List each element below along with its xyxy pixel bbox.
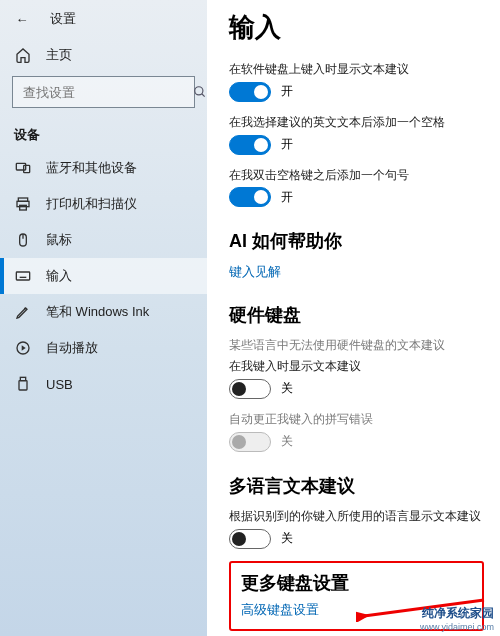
hw-opt1-toggle[interactable]: [229, 379, 271, 399]
typing-opt2-toggle[interactable]: [229, 135, 271, 155]
typing-opt1-state: 开: [281, 83, 293, 100]
sidebar-item-label: USB: [46, 377, 73, 392]
home-nav-item[interactable]: 主页: [0, 38, 207, 72]
sidebar-group-devices: 设备: [0, 118, 207, 150]
home-label: 主页: [46, 46, 72, 64]
autoplay-icon: [14, 340, 32, 356]
ai-heading: AI 如何帮助你: [229, 229, 484, 253]
svg-rect-18: [19, 381, 27, 390]
sidebar-item-mouse[interactable]: 鼠标: [0, 222, 207, 258]
home-icon: [14, 47, 32, 63]
printer-icon: [14, 196, 32, 212]
svg-rect-3: [24, 165, 30, 172]
advanced-keyboard-link[interactable]: 高级键盘设置: [241, 601, 472, 619]
typing-opt2-label: 在我选择建议的英文文本后添加一个空格: [229, 114, 484, 131]
typing-opt1-row: 开: [229, 82, 484, 102]
typing-opt3-label: 在我双击空格键之后添加一个句号: [229, 167, 484, 184]
hw-heading: 硬件键盘: [229, 303, 484, 327]
mouse-icon: [14, 232, 32, 248]
multi-heading: 多语言文本建议: [229, 474, 484, 498]
content-area[interactable]: 输入 在软件键盘上键入时显示文本建议 开 在我选择建议的英文文本后添加一个空格 …: [207, 0, 500, 636]
back-arrow-icon: ←: [16, 12, 29, 27]
typing-opt2-state: 开: [281, 136, 293, 153]
svg-marker-16: [22, 345, 26, 350]
sidebar-item-pen[interactable]: 笔和 Windows Ink: [0, 294, 207, 330]
typing-opt3-row: 开: [229, 187, 484, 207]
sidebar-item-usb[interactable]: USB: [0, 366, 207, 402]
app-title: 设置: [50, 10, 76, 28]
multi-opt1-label: 根据识别到的你键入所使用的语言显示文本建议: [229, 508, 484, 525]
multi-opt1-toggle[interactable]: [229, 529, 271, 549]
highlight-box: 更多键盘设置 高级键盘设置: [229, 561, 484, 631]
hw-note: 某些语言中无法使用硬件键盘的文本建议: [229, 337, 484, 354]
typing-opt1-toggle[interactable]: [229, 82, 271, 102]
search-input[interactable]: [21, 84, 193, 101]
back-button[interactable]: ←: [10, 7, 34, 31]
usb-icon: [14, 376, 32, 392]
sidebar-item-label: 输入: [46, 267, 72, 285]
settings-window: ← 设置 主页 设备 蓝牙和其他设备: [0, 0, 500, 636]
sidebar-item-autoplay[interactable]: 自动播放: [0, 330, 207, 366]
sidebar-item-label: 打印机和扫描仪: [46, 195, 137, 213]
hw-opt2-row: 关: [229, 432, 484, 452]
devices-icon: [14, 160, 32, 176]
multi-opt1-state: 关: [281, 530, 293, 547]
hw-opt1-state: 关: [281, 380, 293, 397]
typing-opt3-state: 开: [281, 189, 293, 206]
typing-opt3-toggle[interactable]: [229, 187, 271, 207]
svg-rect-9: [16, 272, 29, 280]
more-heading: 更多键盘设置: [241, 571, 472, 595]
hw-opt1-row: 关: [229, 379, 484, 399]
search-icon: [193, 85, 207, 99]
search-box[interactable]: [12, 76, 195, 108]
typing-opt1-label: 在软件键盘上键入时显示文本建议: [229, 61, 484, 78]
page-title: 输入: [229, 10, 484, 45]
titlebar: ← 设置: [0, 0, 207, 38]
sidebar-item-label: 蓝牙和其他设备: [46, 159, 137, 177]
typing-opt2-row: 开: [229, 135, 484, 155]
sidebar-item-label: 笔和 Windows Ink: [46, 303, 149, 321]
hw-opt1-label: 在我键入时显示文本建议: [229, 358, 484, 375]
search-wrap: [0, 72, 207, 118]
sidebar: ← 设置 主页 设备 蓝牙和其他设备: [0, 0, 207, 636]
multi-opt1-row: 关: [229, 529, 484, 549]
sidebar-item-typing[interactable]: 输入: [0, 258, 207, 294]
keyboard-icon: [14, 268, 32, 284]
sidebar-item-printers[interactable]: 打印机和扫描仪: [0, 186, 207, 222]
sidebar-item-label: 自动播放: [46, 339, 98, 357]
sidebar-item-label: 鼠标: [46, 231, 72, 249]
hw-opt2-state: 关: [281, 433, 293, 450]
svg-line-1: [202, 94, 205, 97]
ai-insights-link[interactable]: 键入见解: [229, 263, 484, 281]
pen-icon: [14, 304, 32, 320]
hw-opt2-label: 自动更正我键入的拼写错误: [229, 411, 484, 428]
hw-opt2-toggle: [229, 432, 271, 452]
svg-point-0: [195, 87, 203, 95]
sidebar-item-bluetooth[interactable]: 蓝牙和其他设备: [0, 150, 207, 186]
